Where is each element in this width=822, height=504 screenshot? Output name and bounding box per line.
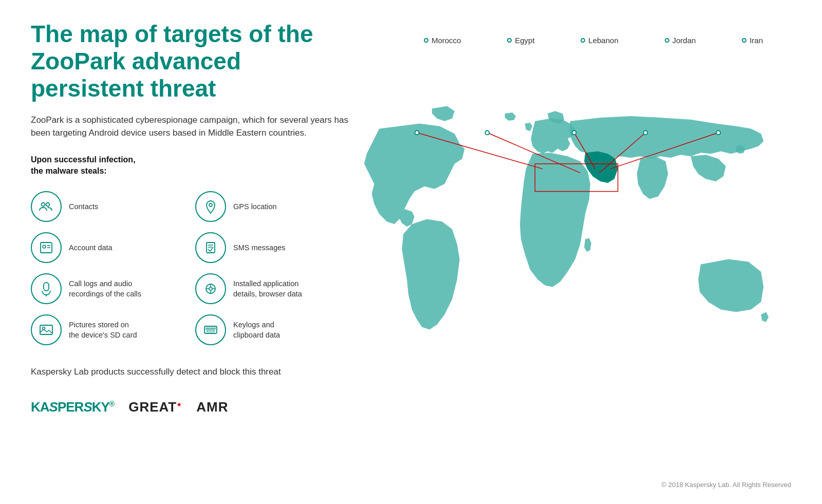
- svg-point-34: [572, 130, 576, 135]
- copyright-text: © 2018 Kaspersky Lab. All Rights Reserve…: [662, 481, 791, 489]
- calls-label: Call logs and audiorecordings of the cal…: [69, 278, 141, 300]
- svg-rect-22: [209, 328, 210, 329]
- svg-point-1: [46, 203, 50, 207]
- contacts-icon: [31, 191, 62, 222]
- account-label: Account data: [69, 242, 113, 253]
- page-title: The map of targets of the ZooPark advanc…: [31, 21, 349, 102]
- calls-icon: [31, 273, 62, 304]
- great-logo-text: GREAT★: [128, 399, 182, 415]
- main-container: The map of targets of the ZooPark advanc…: [0, 0, 822, 504]
- svg-rect-21: [206, 328, 208, 329]
- apps-label: Installed applicationdetails, browser da…: [233, 278, 302, 300]
- feature-keylogs: Keylogs andclipboard data: [195, 309, 349, 350]
- kaspersky-logo-text: KASPERSKY®: [31, 399, 114, 415]
- feature-pictures: Pictures stored onthe device's SD card: [31, 309, 185, 350]
- infection-heading: Upon successful infection,the malware st…: [31, 154, 349, 177]
- svg-rect-25: [207, 330, 214, 332]
- svg-point-13: [209, 287, 212, 290]
- svg-point-4: [43, 245, 46, 248]
- features-grid: Contacts GPS location: [31, 186, 349, 350]
- svg-point-32: [415, 130, 419, 135]
- svg-point-36: [716, 130, 720, 135]
- keylogs-icon: [195, 314, 226, 345]
- svg-rect-10: [44, 283, 49, 291]
- svg-point-0: [42, 203, 45, 207]
- svg-rect-7: [207, 242, 215, 253]
- left-panel: The map of targets of the ZooPark advanc…: [31, 21, 349, 489]
- svg-rect-18: [40, 325, 52, 334]
- pictures-label: Pictures stored onthe device's SD card: [69, 320, 137, 341]
- feature-apps: Installed applicationdetails, browser da…: [195, 268, 349, 309]
- amr-logo: AMR: [196, 399, 228, 415]
- sms-label: SMS messages: [233, 242, 286, 253]
- map-container: [339, 21, 791, 458]
- sms-icon: [195, 232, 226, 263]
- feature-calls: Call logs and audiorecordings of the cal…: [31, 268, 185, 309]
- svg-rect-20: [204, 326, 217, 333]
- svg-point-2: [209, 203, 212, 207]
- kaspersky-logo: KASPERSKY®: [31, 399, 114, 415]
- keylogs-label: Keylogs andclipboard data: [233, 320, 280, 341]
- great-logo: GREAT★: [128, 399, 182, 415]
- account-icon: [31, 232, 62, 263]
- apps-icon: [195, 273, 226, 304]
- world-map: [339, 21, 791, 458]
- svg-point-35: [644, 130, 648, 135]
- feature-account: Account data: [31, 227, 185, 268]
- footer-logos: KASPERSKY® GREAT★ AMR: [31, 399, 228, 415]
- feature-contacts: Contacts: [31, 186, 185, 227]
- svg-rect-23: [211, 328, 213, 329]
- svg-rect-24: [214, 328, 215, 329]
- contacts-label: Contacts: [69, 201, 98, 212]
- feature-gps: GPS location: [195, 186, 349, 227]
- right-panel: Morocco Egypt Lebanon Jordan Iran: [349, 21, 791, 489]
- svg-point-33: [485, 130, 490, 135]
- feature-sms: SMS messages: [195, 227, 349, 268]
- gps-label: GPS location: [233, 201, 277, 212]
- bottom-row: KASPERSKY® GREAT★ AMR: [31, 399, 349, 415]
- kaspersky-note: Kaspersky Lab products successfully dete…: [31, 366, 349, 379]
- amr-logo-text: AMR: [196, 399, 228, 415]
- pictures-icon: [31, 314, 62, 345]
- gps-icon: [195, 191, 226, 222]
- description-text: ZooPark is a sophisticated cyberespionag…: [31, 114, 349, 140]
